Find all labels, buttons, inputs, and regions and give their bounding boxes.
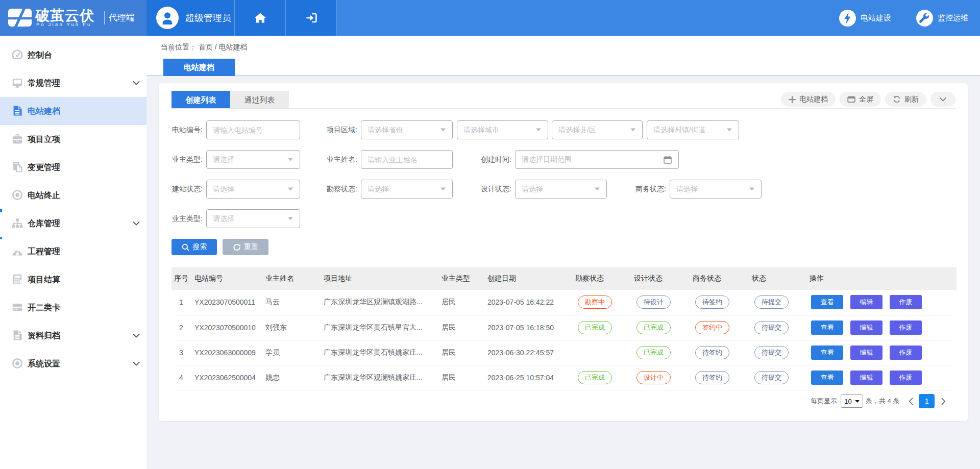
- station-code-input[interactable]: [206, 120, 300, 139]
- prev-page-button[interactable]: [909, 398, 913, 405]
- page-number-active[interactable]: 1: [919, 394, 935, 408]
- sidebar-item-general-mgmt[interactable]: 常规管理: [0, 69, 146, 97]
- dropdown-arrow-icon: [287, 217, 293, 220]
- dashboard-icon: [11, 48, 23, 61]
- breadcrumb-home-link[interactable]: 首页: [199, 43, 213, 51]
- search-button[interactable]: 搜索: [172, 239, 217, 255]
- data-table: 序号 电站编号 业主姓名 项目地址 业主类型 创建日期 勘察状态 设计状态 商务…: [172, 267, 957, 390]
- per-page-value: 10: [844, 398, 851, 405]
- add-station-label: 电站建档: [799, 95, 828, 104]
- settings-circle-icon: [11, 357, 23, 369]
- search-icon: [182, 243, 189, 251]
- reset-button[interactable]: 重置: [223, 239, 268, 255]
- edit-button[interactable]: 编辑: [850, 320, 883, 335]
- topbar-cells: 超级管理员: [146, 0, 337, 36]
- county-select[interactable]: 请选择县/区: [552, 120, 643, 139]
- cell-owner-type: 居民: [438, 340, 484, 365]
- dropdown-arrow-icon: [630, 128, 636, 132]
- topbar-right-nav: 电站建设 监控运维: [814, 0, 980, 36]
- logout-button[interactable]: [286, 0, 337, 36]
- cell-owner-type: 居民: [438, 290, 484, 315]
- status-badge: 待签约: [695, 346, 729, 359]
- void-button[interactable]: 作废: [890, 295, 922, 309]
- sidebar-menu: 控制台 常规管理 电站建档: [0, 36, 146, 378]
- sidebar-item-warehouse-mgmt[interactable]: 仓库管理: [0, 209, 146, 237]
- void-button[interactable]: 作废: [890, 371, 922, 385]
- sidebar-item-data-archive[interactable]: 资料归档: [0, 322, 146, 350]
- cell-design-status: 已完成: [630, 315, 689, 340]
- cell-survey-status: 已完成: [572, 315, 630, 340]
- sitemap-icon: [11, 217, 23, 229]
- brand-area: 破茧云伏 Po Jian Yun Fu 代理端: [0, 0, 146, 36]
- owner-name-input[interactable]: [361, 150, 453, 169]
- sidebar-item-project-settlement[interactable]: 项目结算: [0, 265, 146, 293]
- sidebar-item-label: 仓库管理: [28, 218, 60, 229]
- cell-owner: 学员: [262, 340, 320, 365]
- plus-icon: [789, 96, 796, 103]
- tab-passed-list[interactable]: 通过列表: [230, 91, 289, 109]
- view-button[interactable]: 查看: [811, 320, 843, 335]
- sidebar-item-change-mgmt[interactable]: 变更管理: [0, 153, 146, 181]
- tabs-underline: [172, 108, 955, 109]
- cell-status: 待提交: [748, 365, 806, 390]
- page-tab-strip: 电站建档: [146, 59, 980, 76]
- cell-business-status: 签约中: [689, 315, 748, 340]
- edit-button[interactable]: 编辑: [850, 371, 883, 385]
- void-button[interactable]: 作废: [890, 320, 922, 335]
- nav-station-build[interactable]: 电站建设: [839, 10, 891, 27]
- chevron-right-icon: [941, 398, 946, 405]
- pagination: 每页显示 10 条，共 4 条 1: [811, 394, 946, 408]
- refresh-button[interactable]: 刷新: [885, 92, 926, 107]
- sidebar-item-label: 变更管理: [28, 162, 60, 172]
- sidebar-item-open-card[interactable]: 开二类卡: [0, 293, 146, 322]
- view-button[interactable]: 查看: [811, 295, 843, 309]
- village-select[interactable]: 请选择村镇/街道: [647, 120, 739, 139]
- cell-actions: 查看编辑作废: [806, 315, 957, 340]
- status-badge: 已完成: [578, 321, 612, 334]
- edit-button[interactable]: 编辑: [850, 295, 883, 309]
- owner-type2-select[interactable]: 请选择: [206, 209, 300, 228]
- sidebar-item-station-terminate[interactable]: 电站终止: [0, 181, 146, 209]
- table-row: 4YX2023062500004姚忠广东深圳龙华区观澜镇姚家庄...居民2023…: [172, 365, 957, 390]
- view-button[interactable]: 查看: [811, 345, 843, 360]
- status-badge: 待提交: [754, 295, 789, 309]
- edit-button[interactable]: 编辑: [850, 345, 883, 360]
- survey-status-select[interactable]: 请选择: [361, 180, 453, 199]
- filter-label-owner-type2: 业主类型:: [168, 209, 203, 228]
- province-select[interactable]: 请选择省份: [361, 120, 453, 139]
- cell-created: 2023-06-25 10:57:04: [484, 365, 572, 390]
- view-button[interactable]: 查看: [811, 371, 843, 385]
- date-range-picker[interactable]: 请选择日期范围: [515, 150, 679, 169]
- page-tab-station-archive[interactable]: 电站建档: [163, 59, 235, 76]
- content-card: 创建列表 通过列表 电站建档 全屏: [159, 83, 968, 421]
- build-status-select[interactable]: 请选择: [206, 180, 300, 199]
- cell-index: 3: [172, 340, 191, 365]
- sidebar-item-project-initiation[interactable]: 项目立项: [0, 125, 146, 153]
- table-header-row: 序号 电站编号 业主姓名 项目地址 业主类型 创建日期 勘察状态 设计状态 商务…: [172, 267, 957, 290]
- cell-created: 2023-07-05 16:18:50: [484, 315, 572, 340]
- design-status-select[interactable]: 请选择: [515, 180, 607, 199]
- sidebar-item-console[interactable]: 控制台: [0, 41, 146, 69]
- nav-monitor-ops[interactable]: 监控运维: [916, 10, 968, 27]
- cell-owner: 马云: [262, 290, 320, 315]
- refresh-label: 刷新: [904, 95, 919, 104]
- sidebar-item-engineering-mgmt[interactable]: 工程管理: [0, 237, 146, 265]
- per-page-select[interactable]: 10: [841, 394, 863, 408]
- dropdown-arrow-icon: [287, 158, 293, 161]
- add-station-button[interactable]: 电站建档: [781, 92, 836, 107]
- city-select[interactable]: 请选择城市: [457, 120, 548, 139]
- home-button[interactable]: [235, 0, 286, 36]
- cell-actions: 查看编辑作废: [806, 290, 957, 315]
- sidebar-item-station-archive[interactable]: 电站建档: [0, 97, 146, 125]
- collapse-toolbar-button[interactable]: [930, 92, 955, 107]
- fullscreen-button[interactable]: 全屏: [840, 92, 881, 107]
- sidebar-item-system-settings[interactable]: 系统设置: [0, 350, 146, 378]
- next-page-button[interactable]: [941, 398, 946, 405]
- user-menu[interactable]: 超级管理员: [146, 0, 235, 36]
- void-button[interactable]: 作废: [890, 345, 922, 360]
- owner-type-select[interactable]: 请选择: [206, 150, 300, 169]
- copy-documents-icon: [11, 161, 23, 173]
- brand-subtitle: Po Jian Yun Fu: [36, 22, 91, 27]
- business-status-select[interactable]: 请选择: [670, 180, 762, 199]
- tab-create-list[interactable]: 创建列表: [172, 91, 230, 109]
